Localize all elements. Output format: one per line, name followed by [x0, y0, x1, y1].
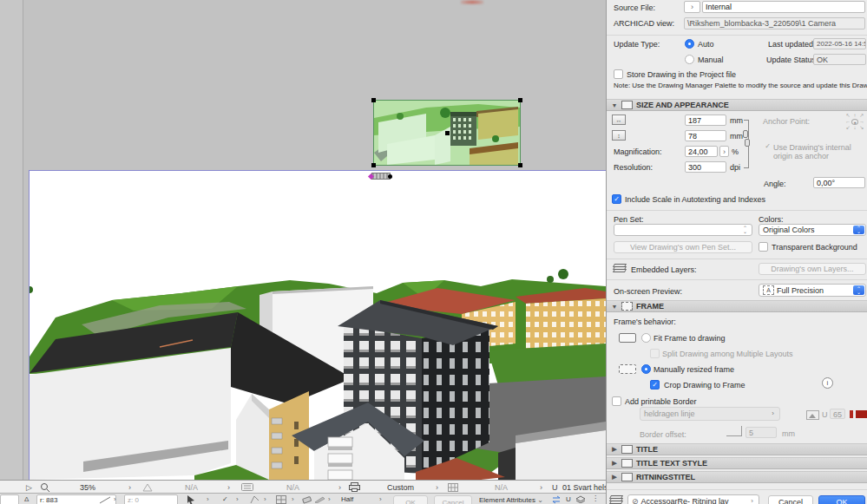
note-text: Note: Use the Drawing Manager Palette to…	[614, 82, 867, 89]
shortcut-value: N/A	[286, 483, 299, 492]
store-drawing-label[interactable]: Store Drawing in the Project file	[627, 70, 736, 79]
arrow-tool-icon[interactable]	[186, 494, 196, 504]
size-appearance-header[interactable]: ▼ SIZE AND APPEARANCE	[607, 99, 867, 111]
pencil-icon[interactable]	[314, 495, 325, 503]
title-text-style-header[interactable]: ▶ TITLE TEXT STYLE	[607, 457, 867, 469]
trim-tool-icon[interactable]	[250, 495, 259, 504]
update-status-label: Update Status:	[766, 56, 818, 64]
check-tool-icon[interactable]: ✓	[222, 495, 228, 503]
fit-frame-radio[interactable]	[641, 333, 651, 343]
element-attributes-menu[interactable]: Element Attributes ⌄	[479, 496, 543, 504]
drawing-title-marker[interactable]	[371, 173, 391, 180]
flyout-arrow-icon[interactable]: ›	[128, 483, 131, 492]
cancel-button[interactable]: Cancel	[768, 495, 813, 504]
flyout-arrow-icon[interactable]: ›	[338, 483, 341, 492]
height-field[interactable]: 78	[685, 130, 726, 141]
source-flyout-button[interactable]: ›	[684, 1, 700, 13]
marker-handle[interactable]	[388, 174, 392, 179]
colors-dropdown[interactable]: Original Colors ⌃⌄	[759, 224, 866, 236]
angle-field[interactable]: 0,00°	[813, 177, 865, 188]
border-offset-field: 5	[745, 427, 777, 438]
store-drawing-checkbox[interactable]	[614, 69, 623, 79]
grid-snap-icon[interactable]	[276, 495, 286, 504]
frame-header[interactable]: ▼ FRAME	[607, 300, 867, 312]
flyout-arrow-icon[interactable]: ›	[292, 495, 294, 503]
manual-frame-radio[interactable]	[641, 364, 651, 374]
3d-view-drawing[interactable]	[30, 257, 606, 480]
flyout-arrow-icon[interactable]: ›	[540, 483, 542, 492]
auto-radio[interactable]	[685, 39, 694, 49]
transparent-bg-label[interactable]: Transparent Background	[772, 243, 857, 252]
drawings-own-layers-button[interactable]: Drawing's own Layers...	[759, 263, 866, 275]
include-scale-label[interactable]: Include Scale in Autotexting and Indexes	[625, 195, 765, 204]
crop-checkbox[interactable]	[650, 380, 660, 389]
source-file-field[interactable]: Internal	[702, 1, 865, 13]
selection-handle[interactable]	[518, 98, 522, 102]
crop-label[interactable]: Crop Drawing to Frame	[664, 381, 745, 389]
magnification-flyout[interactable]: ›	[719, 146, 729, 157]
flyout-arrow-icon[interactable]: ›	[379, 495, 382, 503]
ok-button[interactable]: OK	[818, 495, 865, 504]
fit-frame-label[interactable]: Fit Frame to drawing	[654, 334, 726, 343]
play-icon[interactable]: ▷	[26, 483, 32, 492]
transparent-bg-checkbox[interactable]	[759, 242, 768, 252]
flyout-arrow-icon[interactable]: ›	[436, 483, 438, 492]
preview-dropdown[interactable]: A Full Precision ⌃⌄	[759, 284, 866, 297]
magnification-field[interactable]: 24,00	[685, 146, 718, 157]
selection-handle[interactable]	[371, 98, 376, 102]
cancel-button-disabled[interactable]: Cancel	[434, 495, 472, 504]
transfer-settings-icon[interactable]	[552, 495, 563, 504]
selected-drawing-preview[interactable]	[373, 100, 521, 166]
ritningstitel-header[interactable]: ▶ RITNINGSTITEL	[607, 471, 867, 483]
pen-weight-value[interactable]: Half	[341, 495, 353, 503]
layers-icon[interactable]	[575, 495, 586, 503]
flyout-arrow-icon[interactable]: ›	[236, 495, 239, 503]
layer-dropdown[interactable]: ⊘ AccessoarRe- Ritning lay ›	[627, 494, 759, 504]
magnification-label: Magnification:	[614, 147, 662, 156]
chain-link-icon[interactable]	[745, 139, 750, 147]
info-icon[interactable]: i	[822, 377, 833, 389]
print-setting[interactable]: Custom	[387, 483, 414, 492]
pen-icon[interactable]: U	[566, 495, 571, 503]
pen-set-dropdown[interactable]: ⌃⌄	[614, 224, 752, 236]
manual-frame-label[interactable]: Manually resized frame	[654, 365, 734, 374]
clipped-red-text-fragment	[461, 0, 483, 4]
title-section-icon	[621, 445, 633, 454]
pen-icon: U	[822, 410, 828, 419]
manual-label[interactable]: Manual	[698, 56, 724, 64]
chain-link-icon[interactable]	[743, 130, 748, 138]
add-border-checkbox[interactable]	[612, 396, 621, 406]
zoom-level[interactable]: 35%	[80, 483, 95, 492]
anchor-point-grid[interactable]: ↖↑↗ ←●→ ↙↓↘	[844, 113, 865, 131]
selection-handle[interactable]	[518, 163, 522, 167]
z-tracker-field[interactable]: z: 0	[124, 494, 178, 504]
resolution-field[interactable]: 300	[685, 161, 726, 173]
disclosure-open-icon: ▼	[611, 304, 618, 310]
border-offset-icon	[726, 426, 742, 436]
delta-icon[interactable]: Δ	[24, 495, 29, 503]
manual-radio[interactable]	[685, 55, 694, 64]
add-border-label[interactable]: Add printable Border	[625, 397, 697, 406]
selection-handle[interactable]	[371, 163, 376, 167]
last-updated-label: Last updated:	[768, 40, 816, 49]
border-offset-unit: mm	[782, 429, 795, 438]
title-header[interactable]: ▶ TITLE	[607, 443, 867, 455]
ok-button-disabled[interactable]: OK	[393, 495, 428, 504]
title-text-style-icon	[621, 459, 633, 468]
selection-center-handle[interactable]	[445, 131, 450, 135]
archicad-view-label: ARCHICAD view:	[614, 19, 674, 28]
kebab-icon[interactable]: ⋮	[592, 494, 599, 502]
flyout-arrow-icon[interactable]: ›	[227, 483, 230, 492]
auto-label[interactable]: Auto	[698, 40, 714, 49]
resolution-label: Resolution:	[614, 163, 653, 172]
line-tool-icon[interactable]	[99, 496, 111, 504]
include-scale-checkbox[interactable]	[612, 194, 621, 204]
width-field[interactable]: 187	[685, 115, 726, 126]
eraser-icon[interactable]	[302, 495, 312, 504]
keyboard-icon	[241, 483, 253, 491]
flyout-arrow-icon[interactable]: ›	[114, 495, 116, 503]
view-pen-set-button[interactable]: View Drawing's own Pen Set...	[614, 241, 752, 253]
flyout-arrow-icon[interactable]: ›	[264, 495, 266, 503]
flyout-arrow-icon[interactable]: ›	[207, 495, 209, 503]
flyout-arrow-icon[interactable]: ›	[328, 495, 331, 503]
